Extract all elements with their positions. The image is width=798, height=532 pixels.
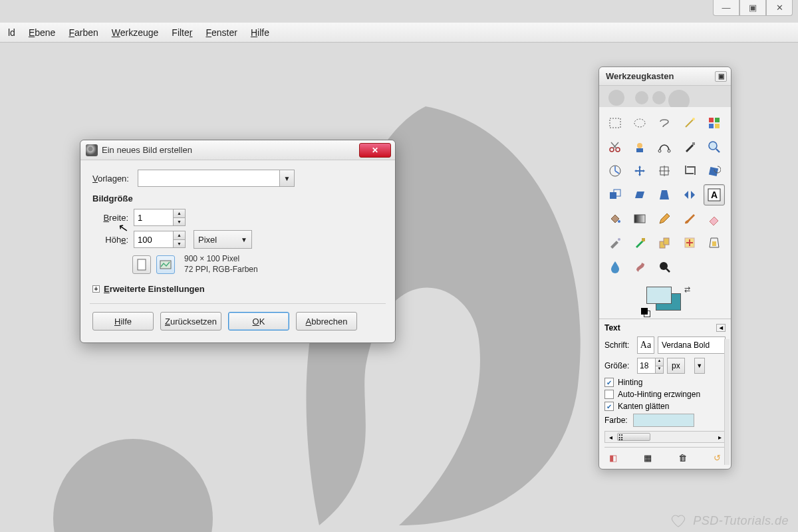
scroll-thumb[interactable]: ⠿	[617, 433, 650, 441]
ellipse-select-tool-icon[interactable]	[629, 112, 650, 134]
bucket-tool-icon[interactable]	[604, 208, 626, 229]
toolbox-title-text: Werkzeugkasten	[606, 71, 674, 81]
panel-scrollbar[interactable]	[724, 339, 730, 465]
menu-item-filter[interactable]: Filter	[165, 25, 199, 41]
height-input[interactable]	[134, 231, 173, 247]
spin-up-icon[interactable]: ▲	[174, 231, 185, 240]
foreground-color-swatch[interactable]	[646, 287, 672, 304]
spin-down-icon[interactable]: ▼	[174, 240, 185, 248]
color-select-tool-icon[interactable]	[704, 112, 725, 134]
menu-item-ebene[interactable]: Ebene	[22, 25, 63, 41]
text-tool-icon[interactable]: A	[704, 184, 725, 205]
shear-tool-icon[interactable]	[629, 184, 650, 205]
wand-tool-icon[interactable]	[679, 112, 700, 134]
window-close-button[interactable]: ✕	[766, 0, 793, 16]
svg-rect-16	[692, 142, 695, 145]
templates-combobox[interactable]: ▼	[138, 170, 295, 187]
checkbox-checked-icon[interactable]: ✔	[604, 378, 614, 387]
foreground-select-tool-icon[interactable]	[629, 136, 650, 158]
width-spinner[interactable]: ▲▼	[134, 209, 186, 226]
smudge-tool-icon[interactable]	[629, 256, 650, 277]
perspective-clone-tool-icon[interactable]	[704, 232, 725, 253]
font-size-unit[interactable]: px	[667, 358, 685, 374]
window-maximize-button[interactable]: ▣	[739, 0, 766, 16]
dialog-close-button[interactable]: ✕	[359, 143, 391, 158]
scroll-left-icon[interactable]: ◂	[605, 434, 616, 441]
dialog-titlebar[interactable]: Ein neues Bild erstellen ✕	[80, 140, 395, 160]
panel-collapse-icon[interactable]: ◂	[716, 324, 726, 332]
font-field[interactable]: Verdana Bold	[658, 336, 726, 354]
blur-tool-icon[interactable]	[604, 256, 626, 277]
width-input[interactable]	[134, 209, 173, 225]
brush-tool-icon[interactable]	[679, 208, 700, 229]
dialog-title-text: Ein neues Bild erstellen	[102, 145, 192, 155]
clone-tool-icon[interactable]	[654, 232, 675, 253]
align-tool-icon[interactable]	[654, 160, 675, 182]
window-minimize-button[interactable]: —	[713, 0, 739, 16]
move-tool-icon[interactable]	[629, 160, 650, 182]
svg-rect-0	[138, 259, 146, 270]
ok-button[interactable]: OK	[228, 312, 289, 331]
footer-reset-icon[interactable]: ↺	[711, 452, 723, 464]
unit-combobox[interactable]: Pixel▼	[194, 230, 252, 249]
svg-rect-9	[715, 124, 720, 128]
font-size-spinner[interactable]: ▲▼	[637, 358, 664, 374]
scroll-right-icon[interactable]: ▸	[714, 434, 725, 441]
airbrush-tool-icon[interactable]	[604, 232, 626, 253]
heal-tool-icon[interactable]	[679, 232, 700, 253]
antialias-checkbox-row[interactable]: ✔ Kanten glätten	[604, 402, 726, 411]
color-swatches[interactable]: ⇄	[646, 287, 684, 312]
chevron-down-icon[interactable]: ▼	[694, 358, 705, 374]
app-icon	[86, 144, 98, 156]
rect-select-tool-icon[interactable]	[604, 112, 626, 134]
eraser-tool-icon[interactable]	[704, 208, 725, 229]
menu-item-farben[interactable]: Farben	[62, 25, 104, 41]
scissors-tool-icon[interactable]	[604, 136, 626, 158]
spin-down-icon[interactable]: ▼	[174, 218, 185, 226]
ink-tool-icon[interactable]	[629, 232, 650, 253]
menu-item[interactable]: ld	[1, 25, 22, 41]
toolbox-titlebar[interactable]: Werkzeugkasten ▣	[599, 67, 731, 86]
font-size-input[interactable]	[638, 358, 655, 373]
menu-item-fenster[interactable]: Fenster	[199, 25, 243, 41]
orientation-landscape-button[interactable]	[156, 255, 175, 274]
toolbox-collapse-button[interactable]: ▣	[715, 71, 727, 82]
default-colors-icon[interactable]	[641, 308, 648, 315]
crop-tool-icon[interactable]	[679, 160, 700, 182]
checkbox-checked-icon[interactable]: ✔	[604, 402, 614, 411]
hinting-checkbox-row[interactable]: ✔ Hinting	[604, 378, 726, 387]
reset-button[interactable]: Zurücksetzen	[160, 312, 221, 331]
gradient-tool-icon[interactable]	[629, 208, 650, 229]
picker-tool-icon[interactable]	[679, 136, 700, 158]
menu-item-hilfe[interactable]: Hilfe	[244, 25, 276, 41]
checkbox-unchecked-icon[interactable]	[604, 390, 614, 399]
spin-up-icon[interactable]: ▲	[174, 209, 185, 218]
flip-tool-icon[interactable]	[679, 184, 700, 205]
footer-grid-icon[interactable]: ▦	[642, 452, 654, 464]
autohint-checkbox-row[interactable]: Auto-Hinting erzwingen	[604, 390, 726, 399]
footer-trash-icon[interactable]: 🗑	[676, 452, 688, 464]
dodge-tool-icon[interactable]	[654, 256, 675, 277]
footer-save-icon[interactable]: ◧	[607, 452, 619, 464]
menu-item-werkzeuge[interactable]: Werkzeuge	[105, 25, 166, 41]
measure-tool-icon[interactable]	[604, 160, 626, 182]
lasso-tool-icon[interactable]	[654, 112, 675, 134]
orientation-portrait-button[interactable]	[132, 255, 151, 274]
paths-tool-icon[interactable]	[654, 136, 675, 158]
rotate-tool-icon[interactable]	[704, 160, 725, 182]
text-color-swatch[interactable]	[633, 414, 694, 427]
cancel-button[interactable]: Abbrechen	[296, 312, 357, 331]
swap-colors-icon[interactable]: ⇄	[684, 285, 690, 294]
svg-line-18	[716, 149, 720, 152]
font-picker-icon[interactable]: Aa	[637, 336, 654, 354]
help-button[interactable]: Hilfe	[92, 312, 154, 331]
pencil-tool-icon[interactable]	[654, 208, 675, 229]
svg-point-17	[709, 142, 717, 150]
chevron-down-icon[interactable]: ▼	[279, 170, 294, 186]
height-spinner[interactable]: ▲▼	[134, 231, 186, 248]
advanced-settings-expander[interactable]: + Erweiterte Einstellungen	[92, 284, 383, 294]
horizontal-scrollbar[interactable]: ◂ ⠿ ▸	[604, 431, 726, 443]
perspective-tool-icon[interactable]	[654, 184, 675, 205]
zoom-tool-icon[interactable]	[704, 136, 725, 158]
scale-tool-icon[interactable]	[604, 184, 626, 205]
